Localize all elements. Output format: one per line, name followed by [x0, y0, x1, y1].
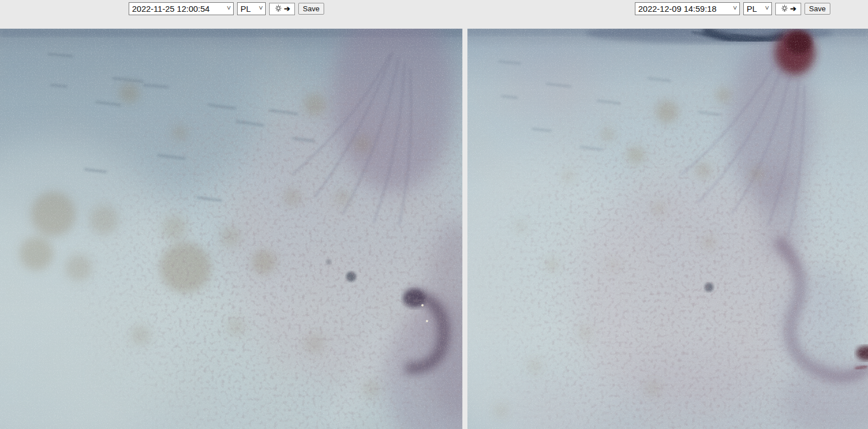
- left-save-button[interactable]: Save: [298, 3, 324, 15]
- left-datetime-value: 2022-11-25 12:00:54: [132, 4, 210, 13]
- right-skin-image: [467, 29, 868, 429]
- right-save-button[interactable]: Save: [805, 3, 830, 15]
- chevron-down-icon: ˅: [730, 4, 737, 12]
- right-toolbar: 2022-12-09 14:59:18 ˅ PL ˅: [635, 2, 830, 15]
- brightness-bulb-icon: [274, 4, 283, 13]
- left-light-transfer-button[interactable]: ➔: [269, 3, 295, 15]
- right-arrow-icon: ➔: [284, 5, 290, 12]
- left-skin-image: [0, 29, 462, 429]
- left-toolbar: 2022-11-25 12:00:54 ˅ PL ˅: [129, 2, 324, 15]
- chevron-down-icon: ˅: [762, 4, 769, 12]
- left-mode-value: PL: [240, 4, 251, 13]
- right-light-transfer-button[interactable]: ➔: [775, 3, 801, 15]
- left-datetime-select[interactable]: 2022-11-25 12:00:54 ˅: [129, 2, 234, 15]
- left-mode-select[interactable]: PL ˅: [237, 2, 266, 15]
- chevron-down-icon: ˅: [256, 4, 263, 12]
- brightness-bulb-icon: [780, 4, 789, 13]
- right-mode-select[interactable]: PL ˅: [743, 2, 772, 15]
- right-mode-value: PL: [747, 4, 757, 13]
- comparison-viewer: 2022-11-25 12:00:54 ˅ PL ˅: [0, 0, 868, 429]
- right-datetime-value: 2022-12-09 14:59:18: [638, 4, 716, 13]
- right-arrow-icon: ➔: [790, 5, 797, 12]
- chevron-down-icon: ˅: [224, 4, 231, 12]
- right-datetime-select[interactable]: 2022-12-09 14:59:18 ˅: [635, 2, 740, 15]
